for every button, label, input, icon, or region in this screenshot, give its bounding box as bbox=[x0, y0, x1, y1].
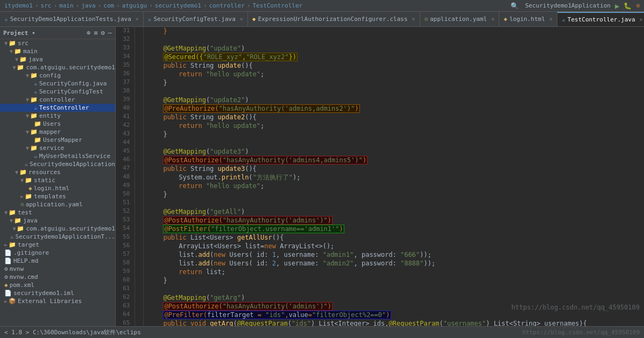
tree-item-templates[interactable]: ► 📁 templates bbox=[0, 192, 115, 200]
tree-item-testcontroller[interactable]: ☕ TestController bbox=[0, 104, 115, 112]
gutter bbox=[135, 27, 143, 35]
table-row: 46 @PostAuthorize("hasAnyAuthority('admi… bbox=[116, 156, 644, 164]
tree-item-mvnwcmd[interactable]: ⚙ mvnw.cmd bbox=[0, 273, 115, 281]
code-line: public String update(){ bbox=[143, 61, 644, 70]
tree-item-securitydemo1apptests[interactable]: ☕ Securitydemo1ApplicationT... bbox=[0, 233, 115, 241]
tree-item-myuserdetailsservice[interactable]: ☕ MyUserDetailsService bbox=[0, 152, 115, 160]
gutter bbox=[135, 242, 143, 250]
line-number: 49 bbox=[116, 182, 135, 190]
table-row: 51 bbox=[116, 199, 644, 207]
tab-close-icon[interactable]: × bbox=[136, 16, 139, 22]
line-number: 39 bbox=[116, 96, 135, 104]
table-row: 49 return "hello update"; bbox=[116, 182, 644, 190]
line-number: 32 bbox=[116, 35, 135, 44]
tree-item-pomxml[interactable]: ◈ pom.xml bbox=[0, 281, 115, 289]
gutter bbox=[135, 216, 143, 225]
tab-close-icon[interactable]: × bbox=[240, 16, 243, 22]
tab-close-icon[interactable]: × bbox=[491, 16, 494, 22]
tab-login-html[interactable]: ◈ login.html × bbox=[499, 12, 557, 26]
gutter bbox=[135, 87, 143, 96]
line-number: 59 bbox=[116, 268, 135, 276]
table-row: 59 return list; bbox=[116, 268, 644, 276]
breadcrumb-project: itydemo1 bbox=[4, 2, 33, 9]
sidebar-settings-icon[interactable]: ⚙ bbox=[101, 29, 105, 37]
tree-label: test bbox=[18, 209, 32, 216]
tree-item-external-libs[interactable]: ► 📦 External Libraries bbox=[0, 297, 115, 305]
sidebar-icon-2[interactable]: ≡ bbox=[94, 29, 97, 37]
tree-item-java[interactable]: ▼ 📁 java bbox=[0, 55, 115, 63]
tab-securitydemo1applicationtests[interactable]: ☕ SecurityDemo1ApplicationTests.java × bbox=[0, 12, 144, 26]
line-number: 65 bbox=[116, 319, 135, 326]
code-line: @PreFilter(filterTarget = "ids",value="f… bbox=[143, 311, 644, 319]
tree-item-test-com[interactable]: ▼ 📁 com.atguigu.securitydemo1 bbox=[0, 225, 115, 233]
tree-label: target bbox=[18, 241, 39, 248]
tab-securityconfigtest[interactable]: ☕ SecurityConfigTest.java × bbox=[144, 12, 248, 26]
tree-item-securitydemo1app[interactable]: ☕ Securitydemo1Application bbox=[0, 160, 115, 168]
tree-label: .gitignore bbox=[13, 249, 49, 256]
gutter bbox=[135, 96, 143, 104]
tree-item-entity[interactable]: ▼ 📁 entity bbox=[0, 112, 115, 120]
status-bar: < 1.8 > C:\360Downloads\java软件\eclips ht… bbox=[0, 326, 644, 338]
tree-item-securityconfig[interactable]: ☕ SecurityConfig.java bbox=[0, 80, 115, 88]
tree-item-controller[interactable]: ▼ 📁 controller bbox=[0, 96, 115, 104]
tree-item-static[interactable]: ▼ 📁 static bbox=[0, 176, 115, 184]
tree-label: MyUserDetailsService bbox=[39, 153, 110, 160]
sidebar-icon-1[interactable]: ⊕ bbox=[87, 29, 90, 37]
gutter bbox=[135, 53, 143, 61]
main-layout: Project ▾ ⊕ ≡ ⚙ — ▼ 📁 src ▼ 📁 main ▼ 📁 j bbox=[0, 27, 644, 326]
tree-item-config[interactable]: ▼ 📁 config bbox=[0, 71, 115, 80]
run-button[interactable]: ▶ bbox=[615, 2, 619, 10]
tree-item-loginhtml[interactable]: ◈ login.html bbox=[0, 184, 115, 192]
settings-icon[interactable]: ⚙ bbox=[636, 2, 640, 9]
code-line: @PreAuthorize("hasAnyAuthority('admins,a… bbox=[143, 104, 644, 113]
tab-close-icon[interactable]: × bbox=[640, 17, 643, 23]
java-file-icon: ☕ bbox=[4, 16, 8, 23]
tree-item-service[interactable]: ▼ 📁 service bbox=[0, 144, 115, 152]
tree-item-com-atguigu[interactable]: ▼ 📁 com.atguigu.securitydemo1 bbox=[0, 63, 115, 71]
code-editor[interactable]: 31 } 32 33 @GetMapping("update") bbox=[116, 27, 644, 326]
table-row: 35 public String update(){ bbox=[116, 61, 644, 70]
tree-item-iml[interactable]: 📄 securitydemo1.iml bbox=[0, 289, 115, 297]
tab-close-icon[interactable]: × bbox=[412, 16, 415, 22]
tab-label: ExpressionUrlAuthorizationConfigurer.cla… bbox=[258, 16, 407, 23]
tree-item-users[interactable]: 📁 Users bbox=[0, 120, 115, 128]
code-line: @PostAuthorize("hasAnyAuthority('admins4… bbox=[143, 156, 644, 164]
tab-expressionurlauthorization[interactable]: ◆ ExpressionUrlAuthorizationConfigurer.c… bbox=[248, 12, 420, 26]
code-line: public String update2(){ bbox=[143, 113, 644, 121]
tree-label: config bbox=[39, 72, 61, 79]
debug-icon[interactable]: 🐛 bbox=[624, 2, 632, 10]
sidebar-minimize-icon[interactable]: — bbox=[108, 29, 112, 37]
tree-item-gitignore[interactable]: 📄 .gitignore bbox=[0, 249, 115, 257]
tree-item-appyaml[interactable]: ⚙ application.yaml bbox=[0, 200, 115, 208]
tree-item-main[interactable]: ▼ 📁 main bbox=[0, 47, 115, 55]
tree-item-mapper[interactable]: ▼ 📁 mapper bbox=[0, 128, 115, 136]
tree-item-test[interactable]: ▼ 📁 test bbox=[0, 208, 115, 217]
tab-application-yaml[interactable]: ⚙ application.yaml × bbox=[420, 12, 500, 26]
tab-close-icon[interactable]: × bbox=[549, 16, 553, 22]
tree-item-mvnw[interactable]: ⚙ mvnw bbox=[0, 265, 115, 273]
gutter bbox=[135, 139, 143, 147]
tree-item-target[interactable]: ► 📁 target bbox=[0, 241, 115, 249]
gutter bbox=[135, 164, 143, 173]
tree-item-resources[interactable]: ▼ 📁 resources bbox=[0, 168, 115, 176]
tree-item-usersmapper[interactable]: 📁 UsersMapper bbox=[0, 136, 115, 144]
tab-testcontroller[interactable]: ☕ TestController.java × bbox=[557, 12, 644, 26]
tree-label: SecurityConfig.java bbox=[39, 80, 107, 87]
table-row: 41 public String update2(){ bbox=[116, 113, 644, 121]
breadcrumb-atguigu: atguigu bbox=[122, 2, 147, 9]
table-row: 64 @PreFilter(filterTarget = "ids",value… bbox=[116, 311, 644, 319]
code-line: @GetMapping("getAll") bbox=[143, 207, 644, 216]
tree-item-test-java[interactable]: ▼ 📁 java bbox=[0, 217, 115, 225]
tree-item-securityconfigtest[interactable]: ☕ SecurityConfigTest bbox=[0, 88, 115, 96]
gutter bbox=[135, 302, 143, 311]
tree-item-src[interactable]: ▼ 📁 src bbox=[0, 39, 115, 47]
tree-label: controller bbox=[39, 96, 75, 103]
gutter bbox=[135, 121, 143, 130]
tree-label: java bbox=[23, 217, 38, 224]
table-row: 54 @PostFilter("filterObject.username=='… bbox=[116, 225, 644, 233]
gutter bbox=[135, 319, 143, 326]
tree-item-helpmd[interactable]: 📄 HELP.md bbox=[0, 257, 115, 265]
code-line: @GetMapping("update") bbox=[143, 44, 644, 53]
html-file-icon: ◈ bbox=[504, 16, 507, 23]
line-number: 43 bbox=[116, 130, 135, 139]
